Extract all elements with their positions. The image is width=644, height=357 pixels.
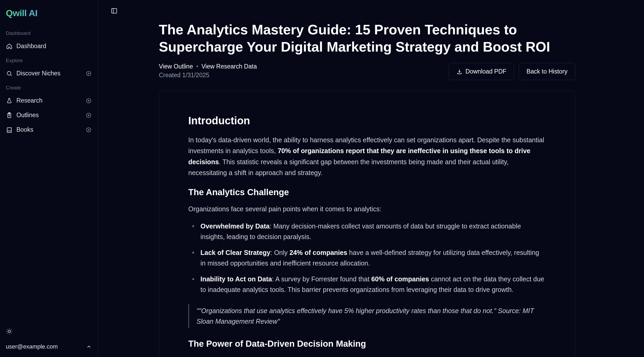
document-card: Introduction In today's data-driven worl… bbox=[159, 91, 575, 357]
nav-outlines-label: Outlines bbox=[16, 112, 82, 119]
challenge-heading: The Analytics Challenge bbox=[188, 187, 546, 197]
power-heading: The Power of Data-Driven Decision Making bbox=[188, 339, 546, 349]
created-date: Created 1/31/2025 bbox=[159, 72, 257, 79]
plus-circle-icon[interactable] bbox=[86, 70, 92, 77]
meta-row: View Outline • View Research Data Create… bbox=[159, 63, 575, 80]
plus-circle-icon[interactable] bbox=[86, 98, 92, 104]
view-research-link[interactable]: View Research Data bbox=[202, 63, 257, 70]
section-label-dashboard: Dashboard bbox=[0, 26, 98, 39]
view-outline-link[interactable]: View Outline bbox=[159, 63, 193, 70]
svg-point-7 bbox=[8, 330, 11, 333]
clipboard-icon bbox=[6, 112, 13, 119]
sidebar-collapse-button[interactable] bbox=[111, 7, 119, 15]
nav-dashboard[interactable]: Dashboard bbox=[0, 39, 98, 53]
list-item: Lack of Clear Strategy: Only 24% of comp… bbox=[197, 247, 546, 268]
challenge-list: Overwhelmed by Data: Many decision-maker… bbox=[188, 221, 546, 295]
plus-circle-icon[interactable] bbox=[86, 112, 92, 118]
intro-paragraph: In today's data-driven world, the abilit… bbox=[188, 135, 546, 178]
nav-research[interactable]: Research bbox=[0, 93, 98, 108]
challenge-lead: Organizations face several pain points w… bbox=[188, 204, 546, 214]
nav-discover-niches[interactable]: Discover Niches bbox=[0, 66, 98, 81]
nav-dashboard-label: Dashboard bbox=[16, 43, 92, 50]
sun-icon bbox=[6, 328, 13, 335]
svg-rect-8 bbox=[111, 8, 117, 13]
sidebar: Qwill AI Dashboard Dashboard Explore Dis… bbox=[0, 0, 98, 357]
nav-books[interactable]: Books bbox=[0, 122, 98, 137]
panel-left-icon bbox=[111, 7, 118, 14]
list-item: Overwhelmed by Data: Many decision-maker… bbox=[197, 221, 546, 242]
theme-toggle[interactable] bbox=[0, 324, 98, 340]
section-label-explore: Explore bbox=[0, 53, 98, 66]
nav-research-label: Research bbox=[16, 97, 82, 104]
brand-logo: Qwill AI bbox=[0, 5, 98, 26]
back-to-history-button[interactable]: Back to History bbox=[519, 63, 575, 80]
plus-circle-icon[interactable] bbox=[86, 127, 92, 133]
back-history-label: Back to History bbox=[526, 68, 567, 75]
download-pdf-button[interactable]: Download PDF bbox=[449, 63, 514, 80]
download-icon bbox=[457, 69, 462, 75]
page-title: The Analytics Mastery Guide: 15 Proven T… bbox=[159, 21, 575, 56]
section-label-create: Create bbox=[0, 81, 98, 93]
user-email: user@example.com bbox=[6, 343, 58, 350]
list-item: Inability to Act on Data: A survey by Fo… bbox=[197, 274, 546, 295]
home-icon bbox=[6, 43, 13, 50]
chevron-up-icon bbox=[86, 344, 92, 350]
book-icon bbox=[6, 126, 13, 133]
flask-icon bbox=[6, 97, 13, 104]
nav-outlines[interactable]: Outlines bbox=[0, 108, 98, 122]
svg-point-0 bbox=[7, 71, 11, 75]
blockquote: ""Organizations that use analytics effec… bbox=[188, 304, 546, 328]
main-content: The Analytics Mastery Guide: 15 Proven T… bbox=[98, 0, 644, 357]
nav-books-label: Books bbox=[16, 126, 82, 133]
separator-dot: • bbox=[196, 63, 198, 70]
nav-discover-label: Discover Niches bbox=[16, 70, 82, 77]
intro-heading: Introduction bbox=[188, 115, 546, 127]
download-pdf-label: Download PDF bbox=[466, 68, 507, 75]
user-menu[interactable]: user@example.com bbox=[0, 340, 98, 352]
search-icon bbox=[6, 70, 13, 77]
